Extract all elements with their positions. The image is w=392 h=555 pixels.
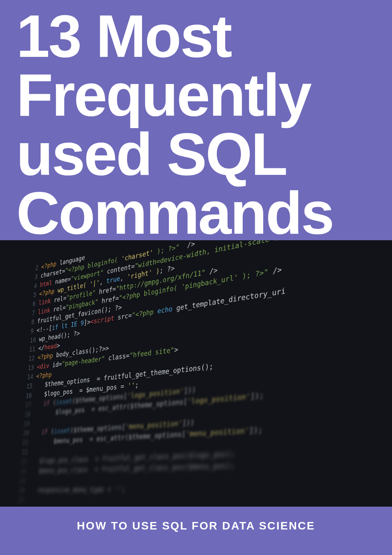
poster: 13 Most Frequently used SQL Commands 2<?… (0, 0, 392, 555)
code-photo: 2<?php language3charset="<?php bloginfo(… (0, 240, 392, 507)
subtitle: HOW TO USE SQL FOR DATA SCIENCE (0, 519, 392, 532)
code-lines: 2<?php language3charset="<?php bloginfo(… (15, 240, 392, 507)
code-line: 27 (18, 494, 392, 507)
main-title: 13 Most Frequently used SQL Commands (16, 7, 379, 242)
